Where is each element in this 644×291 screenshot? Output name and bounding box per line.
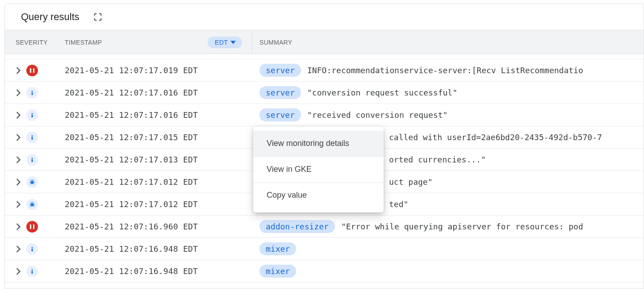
column-header-severity[interactable]: SEVERITY [5, 30, 58, 54]
table-row[interactable]: 2021-05-21 12:07:16.948 EDTmixer [5, 260, 644, 283]
table-row[interactable]: 2021-05-21 12:07:17.019 EDTserverINFO:re… [5, 59, 644, 82]
cell-timestamp: 2021-05-21 12:07:16.948 EDT [58, 244, 252, 254]
chevron-right-icon[interactable] [16, 245, 21, 253]
cell-summary: server"conversion request successful" [252, 86, 644, 99]
info-icon [26, 154, 38, 166]
debug-icon [26, 199, 38, 210]
info-icon [26, 266, 38, 277]
cell-timestamp: 2021-05-21 12:07:17.016 EDT [58, 88, 252, 97]
debug-icon [26, 176, 38, 188]
table-row[interactable]: 2021-05-21 12:07:17.016 EDTserver"conver… [5, 82, 644, 104]
cell-timestamp: 2021-05-21 12:07:17.012 EDT [58, 200, 252, 209]
summary-tag-chip[interactable]: mixer [259, 242, 296, 255]
cell-summary: server"received conversion request" [252, 108, 644, 121]
svg-rect-3 [32, 92, 33, 95]
svg-rect-9 [32, 159, 33, 162]
timezone-label: EDT [215, 39, 228, 46]
column-header-summary[interactable]: SUMMARY [252, 30, 644, 54]
svg-rect-0 [30, 68, 31, 73]
svg-rect-14 [32, 247, 33, 248]
cell-severity [5, 87, 58, 99]
summary-text: "conversion request successful" [307, 88, 457, 97]
svg-rect-17 [32, 271, 33, 274]
svg-rect-7 [32, 137, 33, 140]
cell-severity [5, 154, 58, 166]
chevron-right-icon[interactable] [16, 201, 21, 208]
table-row[interactable]: 2021-05-21 12:07:17.016 EDTserver"receiv… [5, 104, 644, 126]
summary-text: orted currencies..." [389, 155, 486, 164]
summary-text: uct page" [389, 177, 433, 187]
cell-timestamp: 2021-05-21 12:07:17.019 EDT [58, 66, 252, 75]
info-icon [26, 87, 38, 99]
summary-text: "received conversion request" [307, 110, 447, 120]
summary-text: INFO:recommendationservice-server:[Recv … [307, 66, 583, 75]
svg-rect-8 [32, 158, 33, 159]
summary-tag-chip[interactable]: server [259, 108, 301, 121]
svg-point-11 [31, 203, 34, 206]
svg-rect-15 [32, 249, 33, 251]
cell-timestamp: 2021-05-21 12:07:17.016 EDT [58, 110, 252, 120]
cell-timestamp: 2021-05-21 12:07:17.012 EDT [58, 177, 252, 187]
summary-tag-chip[interactable]: server [259, 64, 301, 77]
menu-item-copy-value[interactable]: Copy value [253, 183, 384, 208]
cell-severity [5, 243, 58, 255]
table-partial-row-bottom [5, 283, 644, 288]
chevron-right-icon[interactable] [16, 134, 21, 141]
cell-severity [5, 266, 58, 277]
svg-rect-16 [32, 269, 33, 270]
svg-rect-1 [33, 68, 34, 73]
summary-tag-chip[interactable]: server [259, 86, 301, 99]
cell-summary: addon-resizer"Error while querying apise… [252, 220, 644, 233]
column-header-timestamp[interactable]: TIMESTAMP EDT [58, 30, 252, 54]
cell-severity [5, 109, 58, 121]
table-row[interactable]: 2021-05-21 12:07:16.960 EDTaddon-resizer… [5, 216, 644, 238]
chevron-right-icon[interactable] [16, 89, 21, 96]
summary-tag-chip[interactable]: mixer [259, 265, 296, 278]
cell-severity [5, 199, 58, 210]
svg-rect-13 [33, 224, 34, 229]
error-icon [26, 65, 38, 76]
fullscreen-icon[interactable] [92, 11, 104, 23]
error-icon [26, 221, 38, 233]
chevron-right-icon[interactable] [16, 223, 21, 230]
cell-severity [5, 221, 58, 233]
menu-item-view-in-gke[interactable]: View in GKE [253, 157, 384, 183]
info-icon [26, 109, 38, 121]
cell-timestamp: 2021-05-21 12:07:16.960 EDT [58, 222, 252, 231]
menu-item-view-monitoring-details[interactable]: View monitoring details [253, 131, 384, 157]
table-partial-row-top [5, 54, 644, 59]
summary-text: "Error while querying apiserver for reso… [341, 222, 583, 231]
chevron-right-icon[interactable] [16, 112, 21, 119]
svg-rect-5 [32, 115, 33, 117]
cell-severity [5, 132, 58, 143]
table-row[interactable]: 2021-05-21 12:07:16.948 EDTmixer [5, 238, 644, 260]
cell-timestamp: 2021-05-21 12:07:17.013 EDT [58, 155, 252, 164]
cell-timestamp: 2021-05-21 12:07:16.948 EDT [58, 266, 252, 276]
chevron-right-icon[interactable] [16, 179, 21, 186]
caret-down-icon [230, 41, 236, 44]
column-header-timestamp-label: TIMESTAMP [65, 39, 102, 46]
panel-header: Query results [5, 4, 644, 30]
cell-summary: mixer [252, 265, 644, 278]
chevron-right-icon[interactable] [16, 268, 21, 275]
panel-title: Query results [21, 11, 79, 23]
cell-summary: mixer [252, 242, 644, 255]
info-icon [26, 132, 38, 143]
cell-severity [5, 176, 58, 188]
summary-tag-chip[interactable]: addon-resizer [259, 220, 335, 233]
summary-text: ted" [389, 200, 408, 209]
chevron-right-icon[interactable] [16, 67, 21, 74]
cell-timestamp: 2021-05-21 12:07:17.015 EDT [58, 133, 252, 142]
info-icon [26, 243, 38, 255]
timezone-selector[interactable]: EDT [208, 37, 242, 48]
svg-rect-12 [30, 224, 31, 229]
svg-point-10 [31, 181, 34, 184]
cell-summary: serverINFO:recommendationservice-server:… [252, 64, 644, 77]
chevron-right-icon[interactable] [16, 156, 21, 163]
context-menu: View monitoring details View in GKE Copy… [253, 126, 384, 212]
svg-rect-2 [32, 91, 33, 92]
summary-text: called with userId=2ae6bd20-2435-492d-b5… [389, 133, 602, 142]
table-header-row: SEVERITY TIMESTAMP EDT SUMMARY [5, 30, 644, 54]
svg-rect-6 [32, 135, 33, 137]
svg-rect-4 [32, 113, 33, 114]
